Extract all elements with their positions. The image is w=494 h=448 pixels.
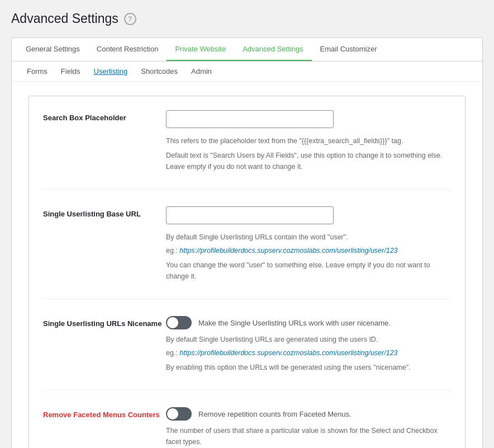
faceted-toggle[interactable] [166,407,192,421]
page-title: Advanced Settings [11,11,118,26]
search-box-input[interactable] [166,110,334,128]
content-area: Search Box Placeholder This refers to th… [12,82,482,448]
nicename-link[interactable]: https://profilebuilderdocs.supserv.cozmo… [179,349,397,357]
nicename-help2: eg.: https://profilebuilderdocs.supserv.… [166,347,451,359]
single-url-help1: By default Single Userlisting URLs conta… [166,232,451,243]
tab-userlisting[interactable]: Userlisting [87,62,135,81]
nicename-label: Single Userlisting URLs Nicename [43,316,166,328]
primary-nav: General Settings Content Restriction Pri… [12,38,482,62]
search-box-row: Search Box Placeholder This refers to th… [43,110,451,190]
secondary-nav: Forms Fields Userlisting Shortcodes Admi… [12,62,482,82]
search-box-content: This refers to the placeholder text from… [166,110,451,172]
faceted-toggle-wrapper: Remove repetition counts from Faceted Me… [166,407,451,421]
tab-email-customizer[interactable]: Email Customizer [312,38,386,61]
single-url-row: Single Userlisting Base URL By default S… [43,206,451,299]
single-url-help2: eg.: https://profilebuilderdocs.supserv.… [166,245,451,256]
search-box-help2: Default text is "Search Users by All Fie… [166,150,451,172]
search-box-label: Search Box Placeholder [43,110,166,122]
tab-forms[interactable]: Forms [20,62,54,81]
main-card: General Settings Content Restriction Pri… [11,37,483,448]
faceted-content: Remove repetition counts from Faceted Me… [166,407,451,448]
faceted-row: Remove Faceted Menus Counters Remove rep… [43,407,451,448]
faceted-toggle-label: Remove repetition counts from Faceted Me… [198,410,352,418]
faceted-help1: The number of users that share a particu… [166,425,451,447]
single-url-label: Single Userlisting Base URL [43,206,166,218]
settings-section: Search Box Placeholder This refers to th… [28,96,466,448]
nicename-help1: By default Single Userlisting URLs are g… [166,334,451,345]
help-icon[interactable]: ? [124,13,136,25]
nicename-toggle-label: Make the Single Userlisting URLs work wi… [198,319,391,327]
nicename-toggle-wrapper: Make the Single Userlisting URLs work wi… [166,316,451,329]
tab-advanced-settings[interactable]: Advanced Settings [234,38,311,61]
tab-private-website[interactable]: Private Website [167,38,234,61]
single-url-link[interactable]: https://profilebuilderdocs.supserv.cozmo… [179,247,397,254]
tab-admin[interactable]: Admin [184,62,218,81]
single-url-content: By default Single Userlisting URLs conta… [166,206,451,282]
tab-content-restriction[interactable]: Content Restriction [88,38,167,61]
nicename-help3: By enabling this option the URLs will be… [166,362,451,373]
search-box-help1: This refers to the placeholder text from… [166,135,451,147]
tab-shortcodes[interactable]: Shortcodes [134,62,184,81]
nicename-row: Single Userlisting URLs Nicename Make th… [43,316,451,390]
tab-general[interactable]: General Settings [17,38,88,61]
tab-fields[interactable]: Fields [54,62,87,81]
faceted-label: Remove Faceted Menus Counters [43,407,166,419]
nicename-toggle[interactable] [166,316,192,329]
nicename-content: Make the Single Userlisting URLs work wi… [166,316,451,373]
single-url-help3: You can change the word "user" to someth… [166,260,451,282]
single-url-input[interactable] [166,206,334,224]
